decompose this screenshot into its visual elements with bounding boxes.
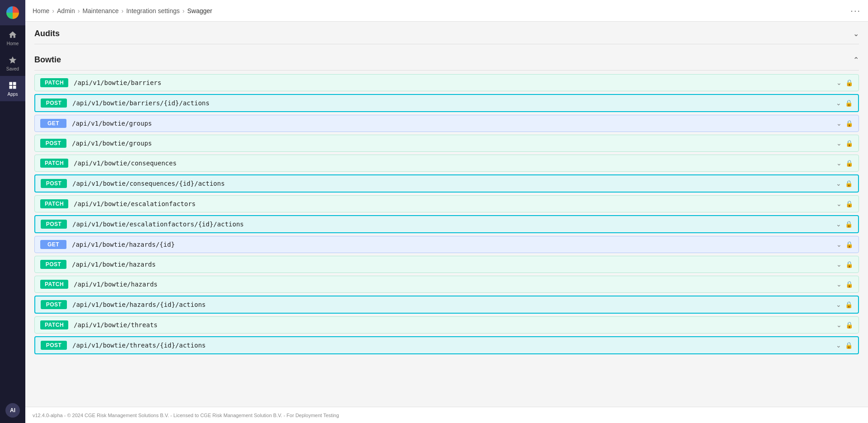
swagger-content: Audits ⌄ Bowtie ⌃ PATCH /api/v1/bowtie/b…	[25, 22, 868, 407]
method-badge-9: POST	[40, 260, 66, 269]
sidebar-logo[interactable]	[0, 0, 25, 25]
endpoint-left-11: POST /api/v1/bowtie/hazards/{id}/actions	[41, 300, 206, 309]
endpoint-path-4: /api/v1/bowtie/consequences	[74, 160, 177, 167]
bowtie-section-header[interactable]: Bowtie ⌃	[34, 48, 859, 70]
lock-icon-13: 🔒	[845, 342, 853, 349]
app-logo-icon	[6, 6, 19, 19]
breadcrumb-home[interactable]: Home	[33, 7, 49, 14]
method-badge-2: GET	[40, 119, 66, 128]
more-menu-button[interactable]: ···	[850, 5, 861, 16]
lock-icon-4: 🔒	[845, 160, 853, 167]
footer: v12.4.0-alpha - © 2024 CGE Risk Manageme…	[25, 407, 868, 423]
endpoint-right-10: ⌄ 🔒	[836, 281, 853, 288]
endpoint-row[interactable]: POST /api/v1/bowtie/threats/{id}/actions…	[34, 336, 859, 354]
home-icon	[8, 30, 17, 39]
method-badge-10: PATCH	[40, 280, 68, 289]
endpoint-chevron-icon-10: ⌄	[836, 281, 842, 288]
endpoint-path-9: /api/v1/bowtie/hazards	[72, 261, 156, 268]
endpoint-path-3: /api/v1/bowtie/groups	[72, 140, 152, 147]
endpoint-right-3: ⌄ 🔒	[836, 140, 853, 147]
lock-icon-6: 🔒	[845, 200, 853, 207]
sidebar-item-saved[interactable]: Saved	[0, 51, 25, 76]
endpoint-row[interactable]: PATCH /api/v1/bowtie/consequences ⌄ 🔒	[34, 155, 859, 172]
breadcrumb-sep-4: ›	[183, 7, 185, 14]
audits-chevron-icon: ⌄	[853, 29, 859, 38]
endpoint-chevron-icon-7: ⌄	[836, 221, 841, 228]
endpoint-right-4: ⌄ 🔒	[836, 160, 853, 167]
endpoint-chevron-icon-12: ⌄	[836, 321, 842, 329]
endpoint-row[interactable]: GET /api/v1/bowtie/groups ⌄ 🔒	[34, 115, 859, 132]
endpoint-path-8: /api/v1/bowtie/hazards/{id}	[72, 241, 175, 248]
endpoint-row[interactable]: PATCH /api/v1/bowtie/hazards ⌄ 🔒	[34, 276, 859, 293]
endpoint-left-6: PATCH /api/v1/bowtie/escalationfactors	[40, 199, 196, 208]
endpoint-row[interactable]: POST /api/v1/bowtie/groups ⌄ 🔒	[34, 135, 859, 152]
sidebar: Home Saved Apps AI	[0, 0, 25, 423]
method-badge-5: POST	[41, 179, 67, 188]
breadcrumb: Home › Admin › Maintenance › Integration…	[33, 7, 212, 14]
endpoint-path-2: /api/v1/bowtie/groups	[72, 120, 152, 127]
bowtie-section-title: Bowtie	[34, 55, 61, 65]
audits-section-header[interactable]: Audits ⌄	[34, 22, 859, 44]
endpoint-left-3: POST /api/v1/bowtie/groups	[40, 139, 152, 148]
endpoint-right-0: ⌄ 🔒	[836, 79, 853, 86]
breadcrumb-sep-3: ›	[122, 7, 124, 14]
endpoint-path-1: /api/v1/bowtie/barriers/{id}/actions	[72, 99, 209, 107]
method-badge-13: POST	[41, 341, 67, 350]
endpoint-row[interactable]: POST /api/v1/bowtie/escalationfactors/{i…	[34, 215, 859, 233]
endpoint-left-10: PATCH /api/v1/bowtie/hazards	[40, 280, 158, 289]
endpoint-chevron-icon-4: ⌄	[836, 160, 842, 167]
endpoint-row[interactable]: PATCH /api/v1/bowtie/barriers ⌄ 🔒	[34, 74, 859, 91]
endpoint-right-13: ⌄ 🔒	[836, 342, 853, 349]
audits-section-title: Audits	[34, 29, 60, 38]
endpoint-path-11: /api/v1/bowtie/hazards/{id}/actions	[72, 301, 206, 308]
topbar: Home › Admin › Maintenance › Integration…	[25, 0, 868, 22]
lock-icon-5: 🔒	[845, 180, 853, 187]
endpoint-left-9: POST /api/v1/bowtie/hazards	[40, 260, 156, 269]
footer-text: v12.4.0-alpha - © 2024 CGE Risk Manageme…	[33, 413, 339, 418]
endpoint-row[interactable]: POST /api/v1/bowtie/hazards ⌄ 🔒	[34, 256, 859, 273]
endpoint-row[interactable]: GET /api/v1/bowtie/hazards/{id} ⌄ 🔒	[34, 236, 859, 253]
ai-avatar[interactable]: AI	[5, 403, 20, 418]
endpoint-left-5: POST /api/v1/bowtie/consequences/{id}/ac…	[41, 179, 225, 188]
method-badge-0: PATCH	[40, 78, 68, 87]
sidebar-bottom: AI	[5, 403, 20, 418]
method-badge-1: POST	[41, 99, 67, 108]
lock-icon-3: 🔒	[845, 140, 853, 147]
bowtie-chevron-icon: ⌃	[853, 56, 859, 64]
sidebar-item-home[interactable]: Home	[0, 25, 25, 51]
endpoint-row[interactable]: POST /api/v1/bowtie/hazards/{id}/actions…	[34, 296, 859, 314]
method-badge-4: PATCH	[40, 159, 68, 168]
endpoint-path-12: /api/v1/bowtie/threats	[74, 321, 157, 329]
sidebar-apps-label: Apps	[8, 92, 18, 97]
endpoint-row[interactable]: POST /api/v1/bowtie/barriers/{id}/action…	[34, 94, 859, 112]
lock-icon-0: 🔒	[845, 79, 853, 86]
endpoint-chevron-icon-2: ⌄	[836, 120, 842, 127]
endpoint-right-1: ⌄ 🔒	[836, 99, 853, 107]
endpoint-path-0: /api/v1/bowtie/barriers	[74, 79, 161, 86]
breadcrumb-integration-settings[interactable]: Integration settings	[126, 7, 179, 14]
endpoint-right-11: ⌄ 🔒	[836, 301, 853, 308]
method-badge-12: PATCH	[40, 320, 68, 329]
endpoint-right-5: ⌄ 🔒	[836, 180, 853, 187]
endpoint-row[interactable]: PATCH /api/v1/bowtie/threats ⌄ 🔒	[34, 316, 859, 334]
endpoint-left-2: GET /api/v1/bowtie/groups	[40, 119, 152, 128]
endpoint-row[interactable]: POST /api/v1/bowtie/consequences/{id}/ac…	[34, 174, 859, 193]
endpoint-right-8: ⌄ 🔒	[836, 241, 853, 248]
sidebar-item-apps[interactable]: Apps	[0, 76, 25, 101]
method-badge-7: POST	[41, 220, 67, 229]
breadcrumb-admin[interactable]: Admin	[57, 7, 75, 14]
endpoint-chevron-icon-11: ⌄	[836, 301, 841, 308]
lock-icon-2: 🔒	[845, 120, 853, 127]
endpoint-right-2: ⌄ 🔒	[836, 120, 853, 127]
endpoint-left-13: POST /api/v1/bowtie/threats/{id}/actions	[41, 341, 206, 350]
endpoint-right-7: ⌄ 🔒	[836, 221, 853, 228]
endpoint-left-1: POST /api/v1/bowtie/barriers/{id}/action…	[41, 99, 209, 108]
endpoint-path-6: /api/v1/bowtie/escalationfactors	[74, 200, 196, 207]
lock-icon-10: 🔒	[845, 281, 853, 288]
lock-icon-9: 🔒	[845, 261, 853, 268]
method-badge-6: PATCH	[40, 199, 68, 208]
endpoint-left-0: PATCH /api/v1/bowtie/barriers	[40, 78, 161, 87]
endpoint-row[interactable]: PATCH /api/v1/bowtie/escalationfactors ⌄…	[34, 195, 859, 212]
breadcrumb-maintenance[interactable]: Maintenance	[82, 7, 118, 14]
sidebar-saved-label: Saved	[6, 66, 19, 71]
